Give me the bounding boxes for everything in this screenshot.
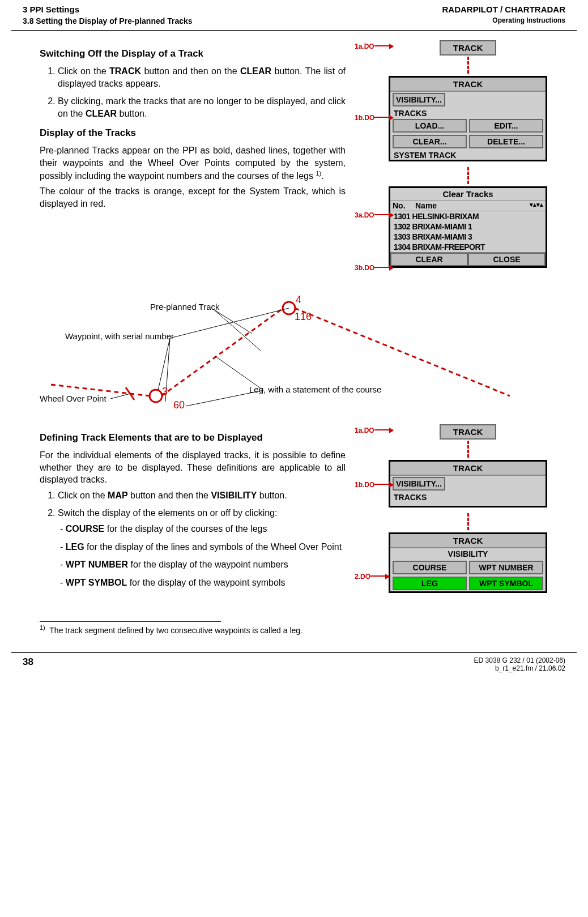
flow-arrow-icon [467, 167, 469, 184]
svg-line-6 [214, 310, 252, 334]
tag-1b: 1b.DO [355, 114, 393, 122]
svg-point-3 [150, 390, 162, 402]
flow-arrow-icon [467, 441, 469, 458]
sec2-p1: Pre-planned Tracks appear on the PPI as … [40, 144, 346, 182]
header-divider [11, 30, 577, 31]
close-button[interactable]: CLOSE [468, 253, 546, 266]
track-button-2[interactable]: TRACK [440, 424, 496, 440]
vis-label: VISIBILITY [390, 548, 546, 560]
sec2-title: Display of the Tracks [40, 127, 346, 139]
anno-leg: Leg, with a statement of the course [249, 385, 381, 394]
tag-3a: 3a.DO [355, 211, 393, 219]
vis-panel-title: TRACK [390, 534, 546, 548]
svg-line-10 [170, 308, 289, 338]
doctype-label: Operating Instructions [492, 16, 565, 25]
edit-button[interactable]: EDIT... [469, 119, 543, 133]
col-no: No. [393, 201, 415, 210]
track-panel: TRACK VISIBILITY... TRACKS LOAD... EDIT.… [389, 76, 547, 161]
wpt-number-toggle[interactable]: WPT NUMBER [469, 561, 543, 574]
file-id: b_r1_e21.fm / 21.06.02 [474, 664, 565, 672]
course-60: 60 [173, 399, 185, 411]
section-label: 3.8 Setting the Display of Pre-planned T… [23, 16, 193, 25]
sort-icons[interactable]: ▾▴▾▴ [530, 201, 543, 210]
panel-title: TRACK [390, 78, 546, 92]
clear-tracks-title: Clear Tracks [390, 188, 546, 200]
list-item[interactable]: 1302 BRIXAM-MIAMI 1 [390, 221, 546, 232]
sec3-p1: For the individual elements of the displ… [40, 449, 346, 486]
footnote-divider [40, 621, 221, 622]
sec1-step2: By clicking, mark the tracks that are no… [58, 95, 346, 120]
chapter-label: 3 PPI Settings [23, 5, 79, 14]
product-label: RADARPILOT / CHARTRADAR [442, 5, 566, 14]
tag-2: 2.DO [355, 573, 389, 581]
anno-waypoint: Waypoint, with serial number [65, 331, 174, 341]
tracks-label-2: TRACKS [390, 492, 546, 502]
anno-preplanned: Pre-planned Track [150, 302, 220, 312]
svg-line-2 [295, 308, 510, 396]
svg-line-11 [110, 394, 130, 399]
list-item[interactable]: 1304 BRIXAM-FREEPORT [390, 242, 546, 252]
flow-arrow-icon [467, 57, 469, 74]
track-diagram: Pre-planned Track Waypoint, with serial … [40, 288, 565, 419]
tag-1b-b: 1b.DO [355, 481, 393, 489]
clear-tracks-panel: Clear Tracks No. Name ▾▴▾▴ 1301 HELSINKI… [389, 186, 547, 268]
col-name: Name [415, 201, 437, 210]
delete-button[interactable]: DELETE... [469, 135, 543, 148]
svg-line-1 [161, 308, 283, 396]
sec3-title: Defining Track Elements that are to be D… [40, 432, 346, 443]
visibility-button-2[interactable]: VISIBILITY... [393, 477, 445, 491]
course-toggle[interactable]: COURSE [393, 561, 467, 574]
sec2-p2: The colour of the tracks is orange, exce… [40, 185, 346, 210]
tag-1a: 1a.DO [355, 42, 393, 50]
track-panel-2: TRACK VISIBILITY... TRACKS [389, 460, 547, 507]
list-item[interactable]: 1301 HELSINKI-BRIXAM [390, 211, 546, 221]
list-item[interactable]: 1303 BRIXAM-MIAMI 3 [390, 232, 546, 242]
panel-title-2: TRACK [390, 462, 546, 476]
clear-button[interactable]: CLEAR... [393, 135, 467, 148]
page-number: 38 [23, 656, 33, 672]
tag-3b: 3b.DO [355, 264, 393, 272]
sec1-title: Switching Off the Display of a Track [40, 48, 346, 59]
footnote: 1) The track segment defined by two cons… [0, 624, 588, 635]
track-button[interactable]: TRACK [440, 40, 496, 56]
course-116: 116 [295, 311, 312, 323]
leg-toggle[interactable]: LEG [393, 577, 467, 590]
sec3-step1: Click on the MAP button and then the VIS… [58, 489, 346, 502]
anno-wheel: Wheel Over Point [40, 394, 106, 403]
wpt-symbol-toggle[interactable]: WPT SYMBOL [469, 577, 543, 590]
sec1-step1: Click on the TRACK button and then on th… [58, 65, 346, 89]
footer-divider [11, 652, 577, 653]
load-button[interactable]: LOAD... [393, 119, 467, 133]
system-track-label: SYSTEM TRACK [390, 150, 546, 160]
wp-3: 3 [162, 386, 168, 398]
doc-id: ED 3038 G 232 / 01 (2002-06) [474, 656, 565, 664]
visibility-button[interactable]: VISIBILITY... [393, 93, 445, 106]
flow-arrow-icon [467, 513, 469, 530]
tracks-label: TRACKS [390, 108, 546, 118]
wp-4: 4 [296, 294, 301, 306]
tag-1a-b: 1a.DO [355, 426, 393, 434]
sec3-step2: Switch the display of the elements on or… [58, 507, 346, 588]
visibility-panel: TRACK VISIBILITY COURSE WPT NUMBER LEG W… [389, 532, 547, 593]
clear-list-button[interactable]: CLEAR [390, 253, 468, 266]
